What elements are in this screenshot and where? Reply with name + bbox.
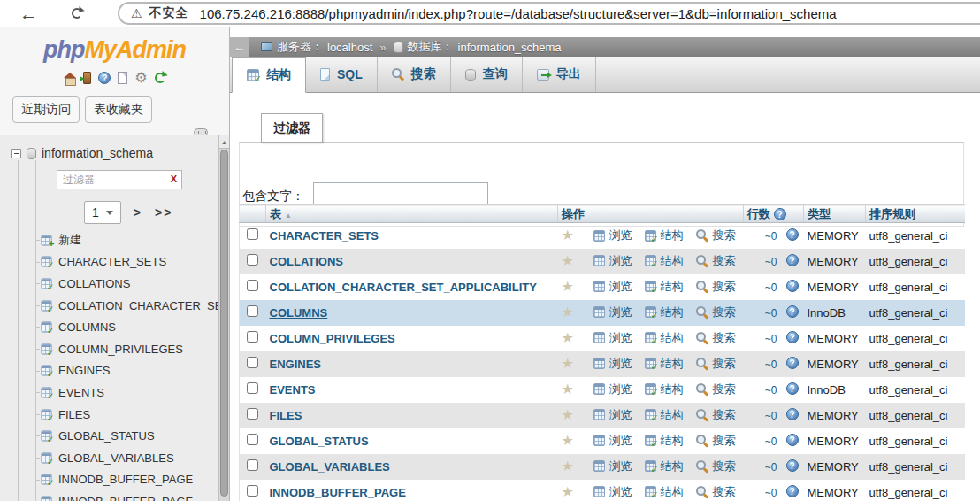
browse-link[interactable]: 浏览 (593, 484, 632, 500)
help-icon[interactable] (786, 485, 799, 497)
sidebar-item-table[interactable]: INNODB_BUFFER_PAGE (0, 469, 218, 491)
favorite-star-icon[interactable]: ★ (562, 484, 574, 499)
table-name-link[interactable]: GLOBAL_STATUS (270, 435, 369, 448)
structure-link[interactable]: 结构 (645, 356, 684, 372)
structure-link[interactable]: 结构 (645, 407, 684, 423)
header-collation[interactable]: 排序规则 (866, 205, 965, 223)
sidebar-item-table[interactable]: CHARACTER_SETS (0, 251, 218, 274)
row-checkbox[interactable] (247, 331, 258, 343)
structure-link[interactable]: 结构 (645, 304, 684, 320)
row-checkbox[interactable] (247, 408, 258, 420)
help-icon[interactable] (786, 228, 799, 241)
favorite-tables-button[interactable]: 表收藏夹 (85, 96, 152, 123)
row-checkbox[interactable] (247, 485, 258, 497)
browse-link[interactable]: 浏览 (593, 356, 632, 372)
structure-link[interactable]: 结构 (645, 484, 684, 500)
table-name-link[interactable]: COLLATION_CHARACTER_SET_APPLICABILITY (270, 281, 537, 294)
sidebar-item-table[interactable]: GLOBAL_STATUS (0, 425, 218, 447)
address-bar[interactable]: ⚠ 不安全 106.75.246.216:8888/phpmyadmin/ind… (118, 2, 980, 25)
table-name-link[interactable]: GLOBAL_VARIABLES (270, 460, 390, 474)
sidebar-item-table[interactable]: FILES (0, 404, 218, 426)
last-page-link[interactable]: >> (155, 205, 172, 220)
navigation-filter-input[interactable] (57, 170, 182, 189)
row-checkbox[interactable] (247, 357, 258, 368)
reload-navigation-icon[interactable] (155, 73, 165, 83)
table-name-link[interactable]: ENGINES (270, 358, 322, 371)
browser-refresh-button[interactable] (72, 8, 82, 19)
browse-link[interactable]: 浏览 (593, 227, 632, 243)
help-icon[interactable] (786, 254, 799, 266)
row-checkbox[interactable] (247, 459, 258, 471)
tab-search[interactable]: 搜索 (378, 57, 451, 92)
favorite-star-icon[interactable]: ★ (562, 279, 574, 294)
help-icon[interactable] (98, 72, 111, 84)
page-select[interactable]: 1 (84, 201, 121, 224)
table-name-link[interactable]: INNODB_BUFFER_PAGE (270, 486, 406, 499)
row-checkbox[interactable] (247, 434, 258, 445)
sidebar-database-link[interactable]: information_schema (42, 146, 153, 160)
search-link[interactable]: 搜索 (696, 330, 736, 346)
database-link[interactable]: information_schema (458, 41, 562, 54)
browse-link[interactable]: 浏览 (593, 433, 632, 449)
security-label[interactable]: 不安全 (149, 5, 189, 21)
tab-export[interactable]: 导出 (523, 57, 596, 92)
structure-link[interactable]: 结构 (645, 227, 684, 243)
help-icon[interactable] (786, 434, 799, 446)
search-link[interactable]: 搜索 (696, 227, 736, 243)
favorite-star-icon[interactable]: ★ (562, 433, 574, 448)
table-name-link[interactable]: COLLATIONS (270, 255, 344, 268)
url-text[interactable]: 106.75.246.216:8888/phpmyadmin/index.php… (200, 6, 837, 21)
structure-link[interactable]: 结构 (645, 459, 684, 474)
structure-link[interactable]: 结构 (645, 279, 684, 295)
clear-filter-button[interactable]: X (171, 173, 177, 184)
search-link[interactable]: 搜索 (696, 484, 736, 500)
tab-sql[interactable]: SQL (306, 57, 378, 92)
help-icon[interactable] (786, 408, 799, 420)
header-rows[interactable]: 行数 (744, 205, 804, 223)
search-link[interactable]: 搜索 (696, 253, 736, 269)
favorite-star-icon[interactable]: ★ (562, 227, 574, 243)
browse-link[interactable]: 浏览 (593, 279, 632, 295)
search-link[interactable]: 搜索 (696, 279, 736, 295)
table-name-link[interactable]: COLUMN_PRIVILEGES (270, 332, 395, 345)
phpmyadmin-logo[interactable]: phpMyAdmin (0, 36, 229, 64)
sidebar-item-table[interactable]: EVENTS (0, 382, 218, 404)
table-name-link[interactable]: CHARACTER_SETS (270, 229, 379, 243)
favorite-star-icon[interactable]: ★ (562, 407, 574, 422)
help-icon[interactable] (786, 357, 799, 369)
row-checkbox[interactable] (247, 382, 258, 394)
collapse-database-icon[interactable] (11, 149, 21, 158)
search-link[interactable]: 搜索 (696, 304, 736, 320)
sidebar-scrollbar[interactable]: ▲ (218, 135, 229, 501)
search-link[interactable]: 搜索 (696, 459, 736, 474)
tab-query[interactable]: 查询 (451, 57, 523, 92)
settings-gear-icon[interactable]: ⚙ (134, 71, 147, 85)
help-icon[interactable] (786, 382, 799, 395)
browse-link[interactable]: 浏览 (593, 459, 632, 474)
recent-tables-button[interactable]: 近期访问 (12, 96, 80, 123)
help-icon[interactable] (774, 208, 786, 220)
favorite-star-icon[interactable]: ★ (562, 459, 574, 474)
row-checkbox[interactable] (247, 254, 258, 266)
sidebar-item-table[interactable]: GLOBAL_VARIABLES (0, 447, 218, 469)
sidebar-item-table[interactable]: COLLATIONS (0, 273, 218, 295)
next-page-link[interactable]: > (134, 205, 142, 220)
sidebar-item-table[interactable]: COLUMNS (0, 316, 218, 338)
favorite-star-icon[interactable]: ★ (562, 304, 574, 320)
structure-link[interactable]: 结构 (645, 382, 684, 397)
header-table-name[interactable]: 表▲ (266, 205, 558, 223)
sidebar-item-table[interactable]: INNODB_BUFFER_PAGE (0, 490, 218, 501)
help-icon[interactable] (786, 305, 799, 318)
logout-icon[interactable] (83, 72, 91, 84)
sidebar-item-table[interactable]: COLLATION_CHARACTER_SET_APPLICABILITY (0, 295, 218, 317)
table-name-link[interactable]: FILES (270, 409, 302, 422)
help-icon[interactable] (786, 459, 799, 472)
sidebar-item-table[interactable]: ENGINES (0, 360, 218, 382)
scrollbar-thumb[interactable] (220, 150, 228, 497)
scroll-up-button[interactable]: ▲ (219, 135, 229, 149)
browse-link[interactable]: 浏览 (593, 304, 632, 320)
server-link[interactable]: localhost (327, 41, 372, 54)
row-checkbox[interactable] (247, 228, 258, 240)
browse-link[interactable]: 浏览 (593, 330, 632, 346)
table-name-link[interactable]: COLUMNS (270, 306, 328, 320)
